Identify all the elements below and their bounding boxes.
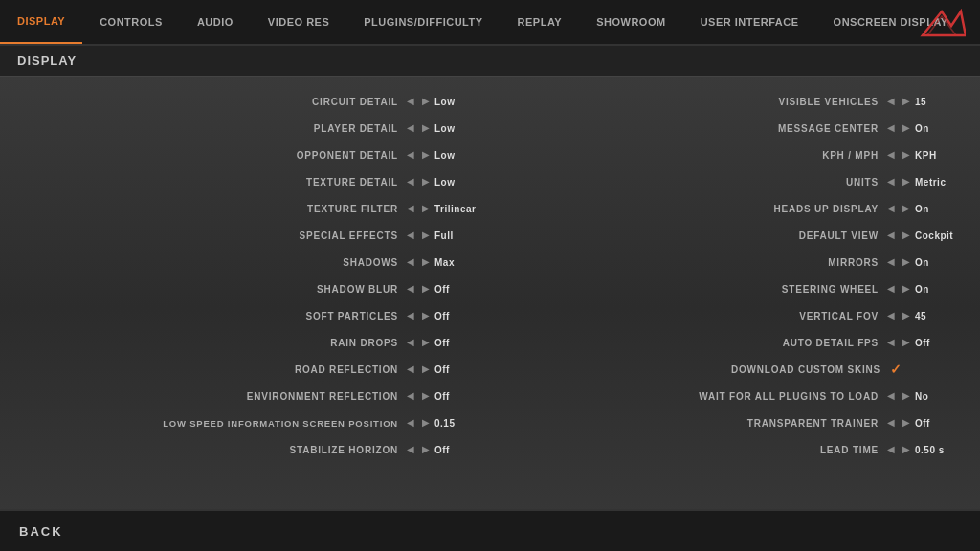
- arrow-right-rain-drops[interactable]: ▶: [419, 337, 433, 348]
- arrow-left-units[interactable]: ◀: [884, 176, 898, 187]
- arrow-left-texture-filter[interactable]: ◀: [404, 203, 417, 214]
- arrow-left-circuit-detail[interactable]: ◀: [404, 96, 417, 107]
- arrow-right-opponent-detail[interactable]: ▶: [419, 149, 433, 161]
- arrow-left-road-reflection[interactable]: ◀: [404, 364, 417, 375]
- arrow-left-steering-wheel[interactable]: ◀: [884, 283, 898, 295]
- value-vertical-fov: 45: [915, 311, 963, 321]
- arrow-left-shadows[interactable]: ◀: [404, 256, 417, 268]
- value-hud: On: [915, 204, 963, 214]
- label-units: UNITS: [846, 177, 879, 187]
- tab-showroom[interactable]: SHOWROOM: [579, 0, 682, 44]
- label-transparent-trainer: TRANSPARENT TRAINER: [747, 418, 879, 429]
- setting-low-speed-info: LOW SPEED INFORMATION SCREEN POSITION ◀ …: [10, 409, 490, 436]
- arrow-right-player-detail[interactable]: ▶: [419, 122, 433, 134]
- label-message-center: MESSAGE CENTER: [778, 123, 879, 134]
- arrow-left-vertical-fov[interactable]: ◀: [884, 310, 898, 321]
- arrow-right-circuit-detail[interactable]: ▶: [419, 96, 433, 107]
- arrow-left-auto-detail[interactable]: ◀: [884, 337, 898, 348]
- arrow-left-special-effects[interactable]: ◀: [404, 230, 417, 241]
- tab-display[interactable]: DISPLAY: [0, 0, 82, 44]
- arrow-right-lead-time[interactable]: ▶: [900, 444, 913, 455]
- tab-audio[interactable]: AUDIO: [180, 0, 251, 44]
- arrow-right-visible-vehicles[interactable]: ▶: [900, 96, 913, 107]
- label-kph-mph: KPH / MPH: [822, 150, 879, 161]
- control-shadows: ◀ ▶ Max: [404, 256, 482, 268]
- setting-stabilize-horizon: STABILIZE HORIZON ◀ ▶ Off: [10, 436, 490, 463]
- arrow-left-wait-plugins[interactable]: ◀: [884, 390, 898, 402]
- label-shadow-blur: SHADOW BLUR: [317, 284, 398, 295]
- checkmark-download-skins[interactable]: ✓: [890, 362, 902, 377]
- label-environment-reflection: ENVIRONMENT REFLECTION: [247, 391, 398, 402]
- control-special-effects: ◀ ▶ Full: [404, 230, 482, 241]
- arrow-right-steering-wheel[interactable]: ▶: [900, 283, 913, 295]
- arrow-right-low-speed[interactable]: ▶: [419, 417, 433, 429]
- arrow-right-kph-mph[interactable]: ▶: [900, 149, 913, 161]
- left-column: CIRCUIT DETAIL ◀ ▶ Low PLAYER DETAIL ◀ ▶…: [10, 88, 490, 463]
- arrow-left-transparent-trainer[interactable]: ◀: [884, 417, 898, 429]
- back-button[interactable]: BACK: [19, 524, 63, 539]
- arrow-right-hud[interactable]: ▶: [900, 203, 913, 214]
- arrow-left-visible-vehicles[interactable]: ◀: [884, 96, 898, 107]
- arrow-right-road-reflection[interactable]: ▶: [419, 364, 433, 375]
- label-texture-filter: TEXTURE FILTER: [307, 204, 398, 214]
- arrow-left-opponent-detail[interactable]: ◀: [404, 149, 417, 161]
- arrow-right-texture-filter[interactable]: ▶: [419, 203, 433, 214]
- arrow-right-special-effects[interactable]: ▶: [419, 230, 433, 241]
- control-download-skins: ✓: [886, 362, 963, 377]
- arrow-left-default-view[interactable]: ◀: [884, 230, 898, 241]
- label-default-view: DEFAULT VIEW: [799, 231, 879, 241]
- arrow-left-stabilize[interactable]: ◀: [404, 444, 417, 455]
- value-texture-detail: Low: [434, 177, 482, 187]
- tab-ui[interactable]: USER INTERFACE: [683, 0, 816, 44]
- arrow-right-env-reflection[interactable]: ▶: [419, 390, 433, 402]
- arrow-right-default-view[interactable]: ▶: [900, 230, 913, 241]
- value-transparent-trainer: Off: [915, 418, 963, 429]
- arrow-left-shadow-blur[interactable]: ◀: [404, 283, 417, 295]
- arrow-left-player-detail[interactable]: ◀: [404, 122, 417, 134]
- label-wait-plugins: WAIT FOR ALL PLUGINS TO LOAD: [699, 391, 879, 402]
- tab-controls[interactable]: CONTROLS: [82, 0, 180, 44]
- arrow-left-soft-particles[interactable]: ◀: [404, 310, 417, 321]
- value-rain-drops: Off: [434, 338, 482, 348]
- setting-circuit-detail: CIRCUIT DETAIL ◀ ▶ Low: [10, 88, 490, 115]
- tab-plugins[interactable]: PLUGINS/DIFFICULTY: [346, 0, 500, 44]
- label-player-detail: PLAYER DETAIL: [314, 123, 398, 134]
- value-stabilize-horizon: Off: [434, 445, 482, 455]
- section-title: DISPLAY: [0, 46, 980, 77]
- control-auto-detail-fps: ◀ ▶ Off: [884, 337, 963, 348]
- tab-videores[interactable]: VIDEO RES: [251, 0, 346, 44]
- arrow-left-mirrors[interactable]: ◀: [884, 256, 898, 268]
- arrow-right-shadows[interactable]: ▶: [419, 256, 433, 268]
- arrow-right-stabilize[interactable]: ▶: [419, 444, 433, 455]
- arrow-right-units[interactable]: ▶: [900, 176, 913, 187]
- label-steering-wheel: STEERING WHEEL: [782, 284, 879, 295]
- arrow-right-auto-detail[interactable]: ▶: [900, 337, 913, 348]
- settings-content: CIRCUIT DETAIL ◀ ▶ Low PLAYER DETAIL ◀ ▶…: [0, 77, 980, 540]
- setting-player-detail: PLAYER DETAIL ◀ ▶ Low: [10, 115, 490, 142]
- arrow-right-message-center[interactable]: ▶: [900, 122, 913, 134]
- tab-replay[interactable]: REPLAY: [501, 0, 580, 44]
- setting-visible-vehicles: VISIBLE VEHICLES ◀ ▶ 15: [490, 88, 970, 115]
- arrow-right-transparent-trainer[interactable]: ▶: [900, 417, 913, 429]
- arrow-left-rain-drops[interactable]: ◀: [404, 337, 417, 348]
- setting-kph-mph: KPH / MPH ◀ ▶ KPH: [490, 142, 970, 168]
- arrow-right-wait-plugins[interactable]: ▶: [900, 390, 913, 402]
- control-lead-time: ◀ ▶ 0.50 s: [884, 444, 963, 455]
- arrow-left-message-center[interactable]: ◀: [884, 122, 898, 134]
- arrow-left-low-speed[interactable]: ◀: [404, 417, 417, 429]
- arrow-left-kph-mph[interactable]: ◀: [884, 149, 898, 161]
- arrow-right-soft-particles[interactable]: ▶: [419, 310, 433, 321]
- arrow-right-shadow-blur[interactable]: ▶: [419, 283, 433, 295]
- label-low-speed-info: LOW SPEED INFORMATION SCREEN POSITION: [163, 418, 398, 429]
- label-soft-particles: SOFT PARTICLES: [305, 311, 398, 321]
- arrow-left-hud[interactable]: ◀: [884, 203, 898, 214]
- arrow-right-texture-detail[interactable]: ▶: [419, 176, 433, 187]
- value-player-detail: Low: [434, 123, 482, 134]
- value-soft-particles: Off: [434, 311, 482, 321]
- arrow-right-vertical-fov[interactable]: ▶: [900, 310, 913, 321]
- arrow-left-env-reflection[interactable]: ◀: [404, 390, 417, 402]
- arrow-left-texture-detail[interactable]: ◀: [404, 176, 417, 187]
- arrow-left-lead-time[interactable]: ◀: [884, 444, 898, 455]
- setting-texture-filter: TEXTURE FILTER ◀ ▶ Trilinear: [10, 195, 490, 222]
- arrow-right-mirrors[interactable]: ▶: [900, 256, 913, 268]
